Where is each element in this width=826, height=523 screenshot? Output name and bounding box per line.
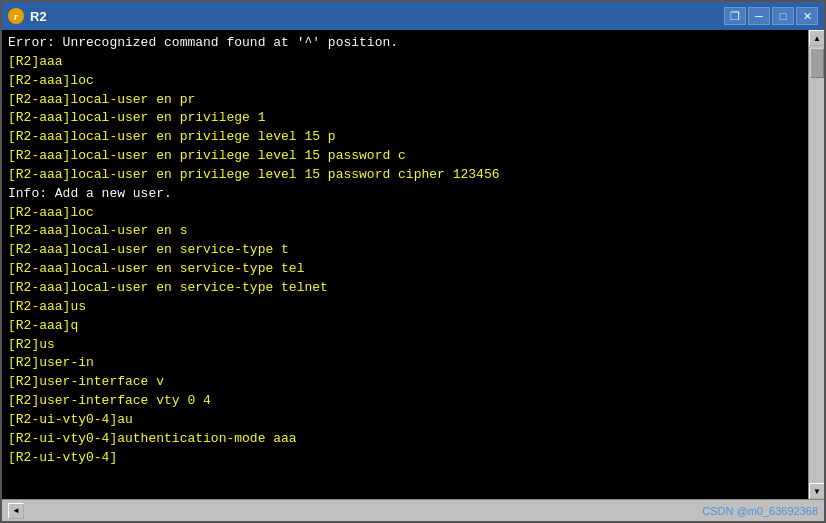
terminal-line: [R2]user-in — [8, 354, 802, 373]
terminal-line: [R2-aaa]local-user en privilege level 15… — [8, 166, 802, 185]
watermark-text: CSDN @m0_63692368 — [702, 505, 818, 517]
terminal-line: [R2]aaa — [8, 53, 802, 72]
terminal-line: [R2-aaa]local-user en privilege 1 — [8, 109, 802, 128]
scroll-track[interactable] — [809, 46, 824, 483]
terminal-wrapper: Error: Unrecognized command found at '^'… — [2, 30, 824, 499]
terminal-line: [R2-aaa]local-user en service-type t — [8, 241, 802, 260]
terminal-line: [R2-aaa]local-user en service-type tel — [8, 260, 802, 279]
close-button[interactable]: ✕ — [796, 7, 818, 25]
terminal-line: [R2]user-interface v — [8, 373, 802, 392]
terminal-line: [R2-aaa]loc — [8, 72, 802, 91]
terminal-line: [R2-ui-vty0-4] — [8, 449, 802, 468]
minimize-button[interactable]: ─ — [748, 7, 770, 25]
window-title: R2 — [30, 9, 47, 24]
restore-button[interactable]: ❐ — [724, 7, 746, 25]
terminal-line: [R2-aaa]local-user en privilege level 15… — [8, 147, 802, 166]
terminal-line: [R2-aaa]local-user en service-type telne… — [8, 279, 802, 298]
maximize-button[interactable]: □ — [772, 7, 794, 25]
window-controls: ❐ ─ □ ✕ — [724, 7, 818, 25]
terminal-line: [R2-aaa]local-user en pr — [8, 91, 802, 110]
scroll-thumb[interactable] — [810, 48, 824, 78]
terminal-line: [R2-aaa]us — [8, 298, 802, 317]
terminal-line: Error: Unrecognized command found at '^'… — [8, 34, 802, 53]
title-bar: r R2 ❐ ─ □ ✕ — [2, 2, 824, 30]
terminal-line: [R2-aaa]local-user en privilege level 15… — [8, 128, 802, 147]
terminal-line: [R2]us — [8, 336, 802, 355]
scroll-down-button[interactable]: ▼ — [809, 483, 824, 499]
terminal-line: Info: Add a new user. — [8, 185, 802, 204]
title-bar-left: r R2 — [8, 8, 47, 24]
bottom-bar: ◄ CSDN @m0_63692368 — [2, 499, 824, 521]
terminal-line: [R2-ui-vty0-4]authentication-mode aaa — [8, 430, 802, 449]
main-window: r R2 ❐ ─ □ ✕ Error: Unrecognized command… — [0, 0, 826, 523]
vertical-scrollbar[interactable]: ▲ ▼ — [808, 30, 824, 499]
terminal-line: [R2]user-interface vty 0 4 — [8, 392, 802, 411]
terminal-line: [R2-aaa]q — [8, 317, 802, 336]
terminal-line: [R2-aaa]local-user en s — [8, 222, 802, 241]
terminal-line: [R2-ui-vty0-4]au — [8, 411, 802, 430]
terminal-line: [R2-aaa]loc — [8, 204, 802, 223]
scroll-up-button[interactable]: ▲ — [809, 30, 824, 46]
app-icon: r — [8, 8, 24, 24]
scroll-left-button[interactable]: ◄ — [8, 503, 24, 519]
terminal-output[interactable]: Error: Unrecognized command found at '^'… — [2, 30, 808, 499]
